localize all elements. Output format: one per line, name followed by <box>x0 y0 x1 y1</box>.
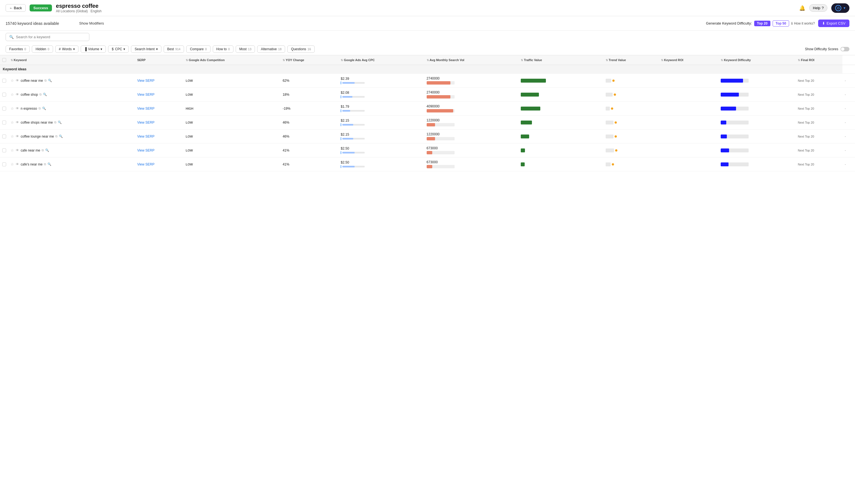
filter-questions[interactable]: Questions 16 <box>287 46 314 53</box>
star-icon-2[interactable]: ☆ <box>11 106 14 110</box>
filter-words[interactable]: # Words ▾ <box>55 46 78 53</box>
trend-cell-6 <box>606 162 657 166</box>
copy-icon-6[interactable]: ⧉ <box>44 162 46 166</box>
export-csv-button[interactable]: ⬇ Export CSV <box>818 20 850 27</box>
col-search-vol[interactable]: ⇅ Avg Monthly Search Vol <box>424 55 519 65</box>
hidden-label: Hidden <box>35 47 46 51</box>
search-icon-3[interactable]: 🔍 <box>58 121 62 124</box>
col-traffic[interactable]: ⇅ Traffic Value <box>519 55 603 65</box>
row-checkbox-5[interactable] <box>2 148 6 152</box>
search-icon-1[interactable]: 🔍 <box>43 93 47 96</box>
eye-off-icon-2[interactable]: 👁 <box>16 106 19 110</box>
trend-cell-1 <box>606 93 657 96</box>
star-icon-4[interactable]: ☆ <box>11 134 14 139</box>
kd-bar-0 <box>721 79 743 83</box>
col-google-ads-competition[interactable]: ⇅ Google Ads Competition <box>184 55 280 65</box>
star-icon-0[interactable]: ☆ <box>11 78 14 83</box>
trend-bar-wrap-6 <box>606 162 611 166</box>
filter-bar: Favorites 0 Hidden 0 # Words ▾ ▐ Volume … <box>0 43 855 55</box>
kd-bar-wrap-4 <box>721 134 749 139</box>
row-checkbox-6[interactable] <box>2 162 6 166</box>
star-icon-6[interactable]: ☆ <box>11 162 14 166</box>
filter-search-intent[interactable]: Search Intent ▾ <box>131 46 161 53</box>
filter-cpc[interactable]: $ CPC ▾ <box>108 46 129 53</box>
star-icon-1[interactable]: ☆ <box>11 92 14 96</box>
section-header-label: Keyword ideas <box>0 65 842 74</box>
search-icon-4[interactable]: 🔍 <box>59 134 63 138</box>
col-kw-roi[interactable]: ⇅ Keyword ROI <box>659 55 718 65</box>
filter-best[interactable]: Best 914 <box>164 46 184 53</box>
eye-off-icon-0[interactable]: 👁 <box>16 78 19 83</box>
serp-link-4[interactable]: View SERP <box>137 134 154 139</box>
search-icon-2[interactable]: 🔍 <box>42 107 46 110</box>
cpc-bar-6 <box>342 166 355 167</box>
traffic-bar-4 <box>521 134 529 139</box>
filter-favorites[interactable]: Favorites 0 <box>5 46 30 53</box>
copy-icon-2[interactable]: ⧉ <box>38 107 41 110</box>
filter-volume[interactable]: ▐ Volume ▾ <box>81 46 106 53</box>
row-checkbox-1[interactable] <box>2 93 6 96</box>
copy-icon-4[interactable]: ⧉ <box>55 134 57 138</box>
col-yoy[interactable]: ⇅ YOY Change <box>280 55 338 65</box>
top50-button[interactable]: Top 50 <box>773 20 789 26</box>
howto-count: 0 <box>228 48 230 51</box>
col-trend[interactable]: ⇅ Trend Value <box>604 55 659 65</box>
col-kd[interactable]: ⇅ Keyword Difficulty <box>718 55 796 65</box>
back-button[interactable]: ← Back <box>5 4 26 12</box>
bell-icon[interactable]: 🔔 <box>799 5 805 11</box>
how-it-works-link[interactable]: ℹ How it works? <box>791 21 815 25</box>
filter-hidden[interactable]: Hidden 0 <box>32 46 53 53</box>
eye-off-icon-4[interactable]: 👁 <box>16 134 19 139</box>
keyword-name-0: coffee near me <box>21 79 43 83</box>
copy-icon-1[interactable]: ⧉ <box>39 93 41 96</box>
serp-link-2[interactable]: View SERP <box>137 107 154 110</box>
table-header: ⇅ Keyword SERP ⇅ Google Ads Competition … <box>0 55 855 65</box>
eye-off-icon-3[interactable]: 👁 <box>16 120 19 124</box>
next-top-4: Next Top 20 <box>798 135 814 138</box>
copy-icon-0[interactable]: ⧉ <box>45 79 47 82</box>
keyword-table-wrap: ⇅ Keyword SERP ⇅ Google Ads Competition … <box>0 55 855 172</box>
traffic-bar-wrap-2 <box>521 107 554 110</box>
row-checkbox-0[interactable] <box>2 79 6 83</box>
next-top-1: Next Top 20 <box>798 93 814 96</box>
serp-link-1[interactable]: View SERP <box>137 93 154 96</box>
search-input[interactable] <box>16 35 86 39</box>
help-button[interactable]: Help ? <box>809 4 827 12</box>
volume-label: Volume <box>88 47 99 51</box>
select-all-checkbox[interactable] <box>2 58 6 62</box>
copy-icon-3[interactable]: ⧉ <box>54 121 56 124</box>
filter-most[interactable]: Most 13 <box>236 46 255 53</box>
col-keyword[interactable]: ⇅ Keyword <box>8 55 135 65</box>
difficulty-toggle-switch[interactable] <box>840 47 850 51</box>
eye-off-icon-6[interactable]: 👁 <box>16 162 19 166</box>
eye-off-icon-5[interactable]: 👁 <box>16 148 19 152</box>
eye-off-icon-1[interactable]: 👁 <box>16 92 19 96</box>
star-icon-5[interactable]: ☆ <box>11 148 14 152</box>
search-icon-6[interactable]: 🔍 <box>48 162 51 166</box>
row-checkbox-3[interactable] <box>2 121 6 124</box>
row-checkbox-2[interactable] <box>2 107 6 110</box>
filter-compare[interactable]: Compare 0 <box>186 46 210 53</box>
serp-link-3[interactable]: View SERP <box>137 121 154 124</box>
final-roi-2: - <box>845 107 846 110</box>
serp-link-6[interactable]: View SERP <box>137 162 154 166</box>
power-button[interactable]: ⏻ ▾ <box>831 3 850 13</box>
filter-how-to[interactable]: How to 0 <box>213 46 233 53</box>
trend-bar-wrap-5 <box>606 148 614 152</box>
search-icon-5[interactable]: 🔍 <box>45 148 49 152</box>
top20-button[interactable]: Top 20 <box>754 21 770 26</box>
col-final-roi[interactable]: ⇅ Final ROI <box>796 55 842 65</box>
star-icon-3[interactable]: ☆ <box>11 120 14 124</box>
cpc-chevron-icon: ▾ <box>123 47 125 51</box>
copy-icon-5[interactable]: ⧉ <box>41 148 44 152</box>
filter-alternative[interactable]: Alternative 18 <box>257 46 285 53</box>
col-serp[interactable]: SERP <box>135 55 184 65</box>
vol-bar-wrap-0 <box>427 81 455 85</box>
most-count: 13 <box>248 48 251 51</box>
row-checkbox-4[interactable] <box>2 134 6 139</box>
serp-link-0[interactable]: View SERP <box>137 79 154 83</box>
table-row: ☆ 👁 coffee shop ⧉ 🔍 View SERP LOW 18% $2… <box>0 88 855 102</box>
col-cpc[interactable]: ⇅ Google Ads Avg CPC <box>338 55 424 65</box>
search-icon-0[interactable]: 🔍 <box>48 79 52 82</box>
serp-link-5[interactable]: View SERP <box>137 148 154 152</box>
